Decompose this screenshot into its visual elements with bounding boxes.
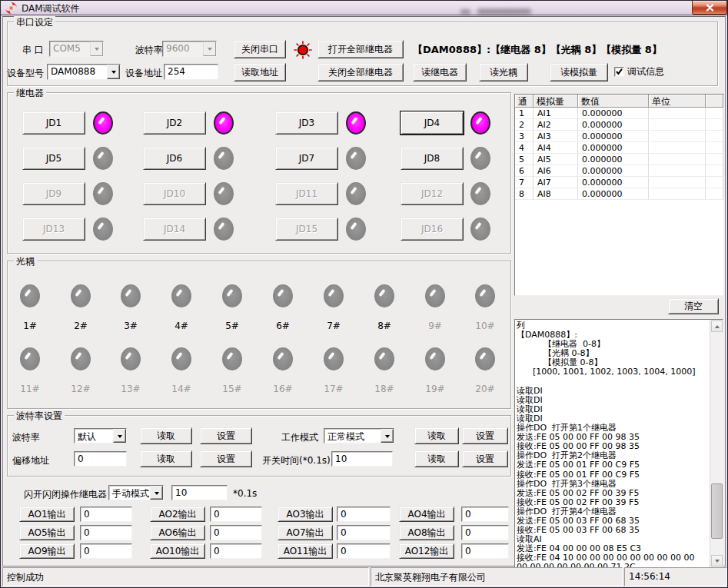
ao-output-input-9[interactable]: 0 [80,543,132,559]
chevron-down-icon[interactable] [203,42,216,56]
close-port-button[interactable]: 关闭串口 [234,40,286,58]
baud-settings-group-title: 波特率设置 [14,410,65,423]
work-mode-combo[interactable]: 正常模式 [324,428,394,443]
ao-output-button-6[interactable]: AO6输出 [150,525,205,540]
analog-table-cell: AI7 [534,177,578,188]
relay-button-JD16[interactable]: JD16 [401,218,464,241]
chevron-down-icon[interactable] [113,429,126,443]
work-mode-read-button[interactable]: 读取 [414,427,459,444]
opto-channel-label: 19# [420,384,450,394]
relay-button-JD5[interactable]: JD5 [22,147,85,170]
relay-button-JD9[interactable]: JD9 [22,182,85,205]
ao-output-button-2[interactable]: AO2输出 [150,507,205,522]
relay-button-JD6[interactable]: JD6 [143,147,206,170]
analog-table-header-cell[interactable] [706,95,723,108]
close-all-relays-button[interactable]: 关闭全部继电器 [317,63,404,81]
relay-button-JD13[interactable]: JD13 [22,218,85,241]
debug-info-checkbox[interactable]: 调试信息 [614,65,664,78]
baud-read-button[interactable]: 读取 [140,427,192,444]
opto-channel-label: 6# [268,321,298,331]
analog-table-row[interactable]: 4AI40.000000 [515,142,723,154]
ao-output-input-7[interactable]: 0 [337,525,391,540]
relay-button-JD1[interactable]: JD1 [22,111,85,135]
close-button[interactable] [692,1,727,15]
chevron-down-icon[interactable] [150,486,163,500]
analog-table-row[interactable]: 5AI50.000000 [515,154,723,165]
offset-read-button[interactable]: 读取 [140,450,192,467]
ao-output-button-11[interactable]: AO11输出 [278,543,333,559]
switch-time-input[interactable]: 10 [331,451,393,467]
ao-output-input-12[interactable]: 0 [461,543,509,559]
analog-table-row[interactable]: 3AI30.000000 [515,131,723,142]
relay-button-JD15[interactable]: JD15 [275,218,338,241]
read-relay-button[interactable]: 读继电器 [413,63,467,81]
clear-log-button[interactable]: 清空 [668,298,719,314]
ao-output-button-1[interactable]: AO1输出 [19,507,75,522]
ao-output-button-4[interactable]: AO4输出 [399,507,454,522]
port-combo-value: COM5 [50,42,90,56]
analog-table-header-cell[interactable]: 通 [515,95,534,108]
analog-table-header-cell[interactable]: 单位 [649,95,706,108]
analog-table-header-cell[interactable]: 模拟量 [534,95,578,108]
ao-output-input-3[interactable]: 0 [337,507,391,522]
analog-table-row[interactable]: 7AI70.000000 [515,177,723,188]
chevron-down-icon[interactable] [381,429,394,443]
offset-address-input[interactable]: 0 [74,451,127,467]
read-address-button[interactable]: 读取地址 [234,63,286,81]
analog-table-body: 1AI10.0000002AI20.0000003AI30.0000004AI4… [515,108,723,200]
offset-address-label: 偏移地址 [12,454,49,467]
relay-button-JD8[interactable]: JD8 [401,147,464,170]
switch-time-read-button[interactable]: 读取 [414,450,459,467]
flash-mode-combo[interactable]: 手动模式 [108,485,164,500]
ao-output-button-10[interactable]: AO10输出 [150,543,205,559]
port-combo[interactable]: COM5 [49,41,104,57]
chevron-down-icon[interactable] [107,65,120,79]
ao-output-input-5[interactable]: 0 [80,525,132,540]
analog-table-header: 通模拟量数值单位 [515,95,723,108]
relay-button-JD7[interactable]: JD7 [275,147,338,170]
ao-output-button-7[interactable]: AO7输出 [278,525,333,540]
ao-output-input-8[interactable]: 0 [461,525,509,540]
analog-table-row[interactable]: 1AI10.000000 [515,108,723,119]
analog-table-row[interactable]: 8AI80.000000 [515,188,723,200]
model-combo[interactable]: DAM0888 [47,64,121,80]
baud-set-combo[interactable]: 默认 [74,428,127,443]
scrollbar-thumb[interactable] [711,483,723,539]
relay-button-JD2[interactable]: JD2 [143,111,206,135]
chevron-down-icon[interactable] [90,42,103,56]
ao-output-button-8[interactable]: AO8输出 [399,525,454,540]
offset-set-button[interactable]: 设置 [200,450,252,467]
ao-output-button-5[interactable]: AO5输出 [19,525,75,540]
address-input[interactable]: 254 [164,64,218,80]
ao-output-input-6[interactable]: 0 [210,525,262,540]
analog-table-row[interactable]: 6AI60.000000 [515,165,723,177]
relay-button-JD10[interactable]: JD10 [143,182,206,205]
ao-output-input-1[interactable]: 0 [80,507,132,522]
open-all-relays-button[interactable]: 打开全部继电器 [317,40,404,58]
analog-table-header-cell[interactable]: 数值 [578,95,649,108]
ao-output-input-11[interactable]: 0 [337,543,391,559]
scroll-up-icon[interactable] [711,321,723,332]
flash-time-input[interactable]: 10 [171,485,228,500]
scroll-down-icon[interactable] [711,555,723,566]
read-analog-button[interactable]: 读模拟量 [550,63,608,81]
baud-set-button[interactable]: 设置 [200,427,252,444]
work-mode-set-button[interactable]: 设置 [462,427,508,444]
relay-button-JD4[interactable]: JD4 [401,111,464,135]
app-icon [5,2,17,14]
ao-output-input-2[interactable]: 0 [210,507,262,522]
ao-output-button-9[interactable]: AO9输出 [19,543,75,559]
baudrate-combo[interactable]: 9600 [162,41,217,57]
relay-button-JD3[interactable]: JD3 [275,111,338,135]
switch-time-set-button[interactable]: 设置 [462,450,508,467]
analog-table-row[interactable]: 2AI20.000000 [515,119,723,131]
relay-button-JD11[interactable]: JD11 [275,182,338,205]
read-opto-button[interactable]: 读光耦 [479,63,528,81]
relay-button-JD12[interactable]: JD12 [401,182,464,205]
ao-output-button-12[interactable]: AO12输出 [399,543,454,559]
relay-button-JD14[interactable]: JD14 [143,218,206,241]
ao-output-input-4[interactable]: 0 [461,507,509,522]
log-scrollbar[interactable] [710,320,723,567]
ao-output-input-10[interactable]: 0 [210,543,262,559]
ao-output-button-3[interactable]: AO3输出 [278,507,333,522]
